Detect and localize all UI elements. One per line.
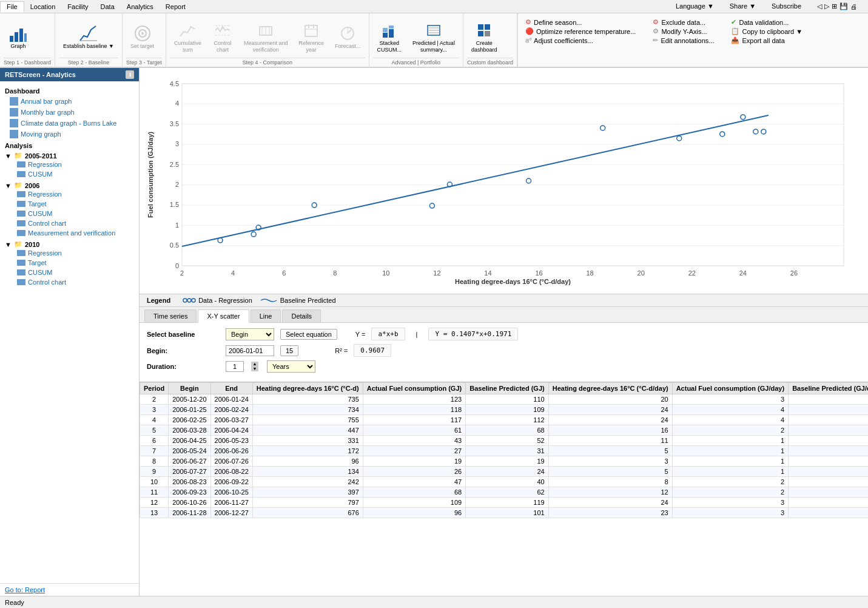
svg-rect-32 xyxy=(485,31,490,36)
table-cell: 755 xyxy=(252,415,363,425)
reference-year-ribbon-btn[interactable]: Referenceyear xyxy=(294,19,328,55)
select-equation-btn[interactable]: Select equation xyxy=(280,329,337,340)
table-row: 82006-06-272006-07-26961919311Yes xyxy=(140,456,869,467)
menu-data[interactable]: Data xyxy=(95,2,121,12)
measurement-ribbon-btn[interactable]: Measurement andverification xyxy=(240,19,292,55)
copy-clipboard-icon: 📋 xyxy=(731,27,739,35)
tab-line[interactable]: Line xyxy=(251,309,281,322)
duration-up-btn[interactable]: ▲ xyxy=(251,362,258,366)
baseline-dropdown[interactable]: Begin End xyxy=(226,328,274,340)
table-cell: 134 xyxy=(252,467,363,477)
table-cell: 43 xyxy=(363,436,465,446)
table-cell: 797 xyxy=(252,498,363,508)
sidebar-item-2010-cusum[interactable]: CUSUM xyxy=(15,268,134,277)
svg-text:10: 10 xyxy=(382,269,389,277)
modify-y-axis-btn[interactable]: ⚙ Modify Y-Axis... xyxy=(653,27,714,35)
tree-header-2005-2011[interactable]: ▼ 📁 2005-2011 xyxy=(5,152,134,160)
language-btn[interactable]: Language ▼ xyxy=(670,1,720,12)
svg-point-7 xyxy=(141,32,144,35)
begin-date-input[interactable] xyxy=(226,345,274,356)
ribbon-group-label-target: Step 3 - Target xyxy=(126,58,162,66)
ribbon-group-label-baseline: Step 2 - Baseline xyxy=(59,58,118,66)
svg-text:4.5: 4.5 xyxy=(170,80,179,87)
regression-2006-icon xyxy=(17,191,25,197)
graph-btn[interactable]: Graph xyxy=(4,22,33,52)
table-cell: 2006-12-27 xyxy=(210,508,252,518)
subscribe-btn[interactable]: Subscribe xyxy=(765,1,807,12)
establish-baseline-btn[interactable]: Establish baseline ▼ xyxy=(59,22,118,52)
svg-point-85 xyxy=(192,299,195,302)
menu-facility[interactable]: Facility xyxy=(61,2,94,12)
sidebar-item-moving-graph[interactable]: Moving graph xyxy=(2,129,136,140)
duration-input[interactable] xyxy=(226,361,244,372)
toolbar-icons: ◁▷⊞💾🖨 xyxy=(811,1,863,12)
share-btn[interactable]: Share ▼ xyxy=(724,1,762,12)
sidebar-item-2010-control-chart[interactable]: Control chart xyxy=(15,277,134,287)
stacked-cusum-btn[interactable]: StackedCUSUM... xyxy=(373,19,406,55)
optimize-ref-temp-btn[interactable]: 🔴 Optimize reference temperature... xyxy=(525,27,636,35)
sidebar-item-2005-cusum[interactable]: CUSUM xyxy=(15,169,134,179)
menu-file[interactable]: File xyxy=(0,1,24,12)
menu-analytics[interactable]: Analytics xyxy=(121,2,160,12)
control-chart-ribbon-btn[interactable]: Controlchart xyxy=(208,19,237,55)
sidebar-item-2010-target[interactable]: Target xyxy=(15,258,134,268)
duration-down-btn[interactable]: ▼ xyxy=(251,366,258,371)
edit-annotations-btn[interactable]: ✏ Edit annotations... xyxy=(653,36,714,44)
tree-header-2010[interactable]: ▼ 📁 2010 xyxy=(5,240,134,248)
tree-header-2006[interactable]: ▼ 📁 2006 xyxy=(5,181,134,189)
table-cell: 2006-03-27 xyxy=(210,415,252,425)
sidebar-item-2005-regression[interactable]: Regression xyxy=(15,160,134,169)
export-all-data-btn[interactable]: 📤 Export all data xyxy=(731,36,802,44)
svg-text:22: 22 xyxy=(688,269,696,277)
set-target-btn[interactable]: Set target xyxy=(126,22,158,52)
ribbon-group-label-advanced: Advanced | Portfolio xyxy=(373,58,459,66)
table-cell: 9 xyxy=(140,467,169,477)
table-cell: 2006-03-28 xyxy=(169,425,210,436)
sidebar-item-climate-data[interactable]: Climate data graph - Burns Lake xyxy=(2,118,136,129)
calendar-btn[interactable]: 15 xyxy=(280,345,298,356)
predicted-actual-btn[interactable]: Predicted | Actualsummary... xyxy=(408,19,459,55)
exclude-data-btn[interactable]: ⚙ Exclude data... xyxy=(653,18,714,26)
duration-control-row: Duration: ▲ ▼ Years Months xyxy=(147,360,861,373)
svg-text:18: 18 xyxy=(586,269,593,277)
tab-time-series[interactable]: Time series xyxy=(144,309,197,322)
tab-xy-scatter[interactable]: X-Y scatter xyxy=(198,309,249,323)
define-season-btn[interactable]: ⚙ Define season... xyxy=(525,18,636,26)
table-cell: 12 xyxy=(548,487,672,498)
ribbon-group-label-comparison: Step 4 - Comparison xyxy=(170,58,365,66)
sidebar-collapse-btn[interactable]: ℹ xyxy=(126,70,134,79)
cumulative-sum-btn[interactable]: Cumulativesum xyxy=(170,19,206,55)
goto-report-link[interactable]: Go to: Report xyxy=(0,583,139,596)
baseline-control-row: Select baseline Begin End Select equatio… xyxy=(147,328,861,340)
control-chart-ribbon-icon xyxy=(213,21,232,40)
control-chart-2006-icon xyxy=(17,220,25,226)
sidebar-item-2010-regression[interactable]: Regression xyxy=(15,248,134,258)
create-dashboard-label: Createdashboard xyxy=(471,40,497,53)
establish-baseline-icon xyxy=(79,24,98,43)
duration-unit-select[interactable]: Years Months xyxy=(267,360,315,373)
sidebar-item-annual-bar[interactable]: Annual bar graph xyxy=(2,96,136,107)
table-cell: 19 xyxy=(363,456,465,467)
sidebar-item-2006-control-chart[interactable]: Control chart xyxy=(15,218,134,228)
table-row: 92006-07-272006-08-221342624511Yes xyxy=(140,467,869,477)
sidebar-item-2006-regression[interactable]: Regression xyxy=(15,189,134,199)
sidebar-item-monthly-bar[interactable]: Monthly bar graph xyxy=(2,107,136,118)
legend-title: Legend xyxy=(147,297,170,304)
sidebar-item-2006-target[interactable]: Target xyxy=(15,199,134,209)
table-cell: 2 xyxy=(672,425,788,436)
sidebar-item-2006-mv[interactable]: Measurement and verification xyxy=(15,228,134,238)
menu-location[interactable]: Location xyxy=(24,2,62,12)
reference-year-ribbon-icon xyxy=(301,21,321,40)
table-row: 112006-09-232006-10-2539768621222Yes xyxy=(140,487,869,498)
forecast-ribbon-btn[interactable]: Forecast... xyxy=(331,22,365,52)
copy-clipboard-btn[interactable]: 📋 Copy to clipboard ▼ xyxy=(731,27,802,35)
establish-baseline-label: Establish baseline ▼ xyxy=(63,43,114,50)
sidebar-item-2006-cusum[interactable]: CUSUM xyxy=(15,209,134,218)
data-validation-btn[interactable]: ✔ Data validation... xyxy=(731,18,802,26)
menu-report[interactable]: Report xyxy=(160,2,192,12)
create-dashboard-btn[interactable]: Createdashboard xyxy=(467,19,502,55)
tab-details[interactable]: Details xyxy=(282,309,321,322)
adjust-coefficients-btn[interactable]: aᵈ Adjust coefficients... xyxy=(525,36,636,44)
table-cell: 4 xyxy=(789,405,868,415)
svg-text:26: 26 xyxy=(790,269,798,277)
